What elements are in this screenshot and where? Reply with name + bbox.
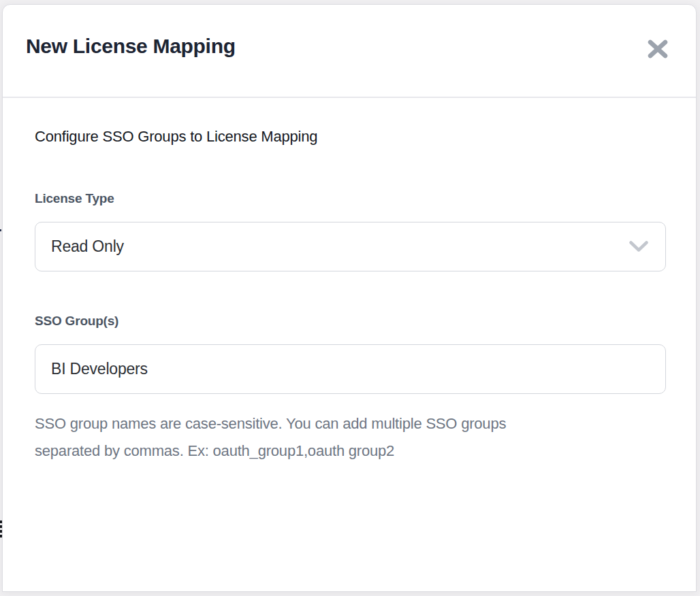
close-button[interactable]: [647, 39, 669, 59]
sso-groups-label: SSO Group(s): [35, 313, 665, 329]
dialog-header: New License Mapping: [3, 5, 696, 98]
dialog-description: Configure SSO Groups to License Mapping: [35, 127, 665, 146]
license-type-field: License Type Read Only: [35, 191, 665, 271]
sso-groups-help: SSO group names are case-sensitive. You …: [35, 410, 665, 465]
license-type-selected-value: Read Only: [51, 237, 124, 256]
sso-groups-help-line2: separated by commas. Ex: oauth_group1,oa…: [35, 442, 394, 459]
chevron-down-icon: [629, 241, 648, 252]
dialog-body: Configure SSO Groups to License Mapping …: [3, 98, 696, 465]
sso-groups-field: SSO Group(s) SSO group names are case-se…: [35, 313, 665, 465]
sso-groups-input[interactable]: [35, 344, 666, 394]
screen: { "modal": { "title": "New License Mappi…: [0, 0, 700, 596]
license-type-label: License Type: [35, 191, 665, 207]
new-license-mapping-dialog: New License Mapping Configure SSO Groups…: [2, 4, 697, 592]
close-icon: [648, 39, 668, 59]
background-page-mark: [0, 229, 1, 231]
sso-groups-help-line1: SSO group names are case-sensitive. You …: [35, 415, 506, 432]
license-type-select[interactable]: Read Only: [35, 222, 666, 271]
dialog-title: New License Mapping: [26, 35, 236, 58]
